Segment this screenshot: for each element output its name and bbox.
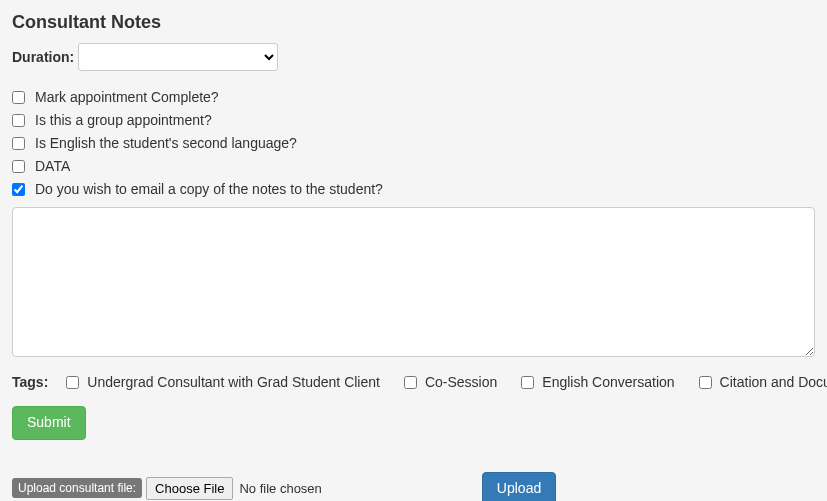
option-label: DATA bbox=[35, 158, 70, 174]
checkbox-data[interactable] bbox=[12, 160, 25, 173]
checkbox-tag-english-conversation[interactable] bbox=[521, 376, 534, 389]
duration-label: Duration: bbox=[12, 49, 74, 65]
tags-row: Tags: Undergrad Consultant with Grad Stu… bbox=[12, 374, 815, 390]
notes-textarea[interactable] bbox=[12, 207, 815, 357]
checkbox-tag-citation[interactable] bbox=[699, 376, 712, 389]
option-label: Mark appointment Complete? bbox=[35, 89, 219, 105]
option-email-notes: Do you wish to email a copy of the notes… bbox=[12, 181, 815, 197]
tag-citation: Citation and Documentation bbox=[699, 374, 827, 390]
checkbox-email-notes[interactable] bbox=[12, 183, 25, 196]
tag-label: Undergrad Consultant with Grad Student C… bbox=[87, 374, 380, 390]
option-label: Is this a group appointment? bbox=[35, 112, 212, 128]
upload-row: Upload consultant file: Choose File No f… bbox=[12, 472, 815, 501]
duration-select[interactable] bbox=[78, 43, 278, 71]
checkbox-group-appointment[interactable] bbox=[12, 114, 25, 127]
checkbox-tag-co-session[interactable] bbox=[404, 376, 417, 389]
option-mark-complete: Mark appointment Complete? bbox=[12, 89, 815, 105]
option-esl: Is English the student's second language… bbox=[12, 135, 815, 151]
option-group-appointment: Is this a group appointment? bbox=[12, 112, 815, 128]
file-input: Choose File No file chosen bbox=[146, 477, 322, 500]
tag-label: Co-Session bbox=[425, 374, 497, 390]
option-label: Do you wish to email a copy of the notes… bbox=[35, 181, 383, 197]
tag-label: English Conversation bbox=[542, 374, 674, 390]
options-list: Mark appointment Complete? Is this a gro… bbox=[12, 89, 815, 197]
option-data: DATA bbox=[12, 158, 815, 174]
tag-english-conversation: English Conversation bbox=[521, 374, 674, 390]
page-title: Consultant Notes bbox=[12, 12, 815, 33]
checkbox-esl[interactable] bbox=[12, 137, 25, 150]
upload-label: Upload consultant file: bbox=[12, 478, 142, 498]
submit-button[interactable]: Submit bbox=[12, 406, 86, 440]
option-label: Is English the student's second language… bbox=[35, 135, 297, 151]
tag-undergrad: Undergrad Consultant with Grad Student C… bbox=[66, 374, 380, 390]
file-status: No file chosen bbox=[239, 481, 321, 496]
tags-label: Tags: bbox=[12, 374, 48, 390]
checkbox-tag-undergrad[interactable] bbox=[66, 376, 79, 389]
tag-co-session: Co-Session bbox=[404, 374, 497, 390]
tag-label: Citation and Documentation bbox=[720, 374, 827, 390]
checkbox-mark-complete[interactable] bbox=[12, 91, 25, 104]
duration-row: Duration: bbox=[12, 43, 815, 71]
upload-button[interactable]: Upload bbox=[482, 472, 556, 501]
choose-file-button[interactable]: Choose File bbox=[146, 477, 233, 500]
